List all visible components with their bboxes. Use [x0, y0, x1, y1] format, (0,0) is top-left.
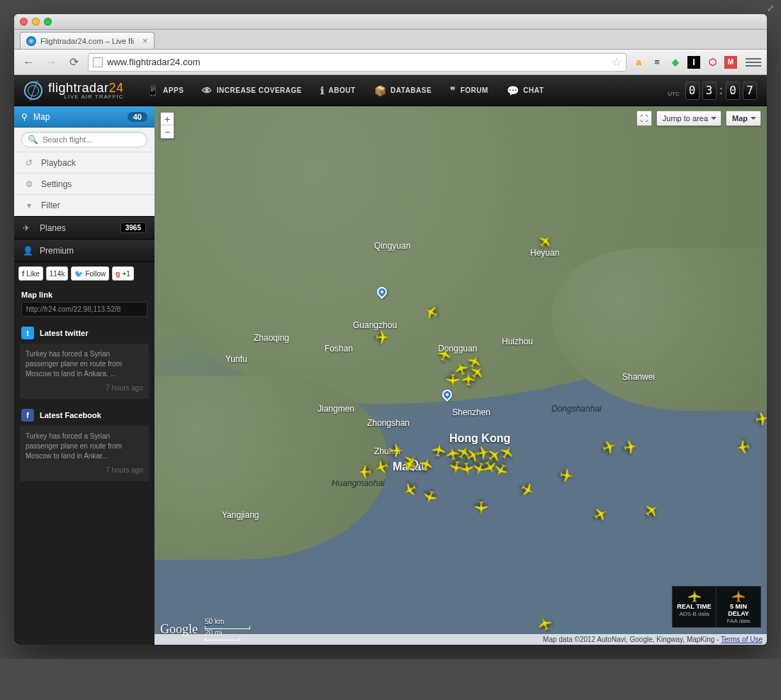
map-legend: REAL TIME ADS-B data 5 MIN DELAY FAA dat…	[672, 586, 761, 628]
chrome-menu-icon[interactable]	[746, 55, 761, 70]
clock-digit: 0	[726, 81, 740, 100]
zoom-in-button[interactable]: +	[161, 113, 174, 125]
app-body: ⚲ Map 40 🔍 ↺Playback⚙Settings▾Filter	[14, 106, 767, 645]
city-label: Yunfu	[225, 354, 247, 364]
search-input[interactable]	[43, 135, 141, 144]
ext-buffer-icon[interactable]: ≡	[651, 56, 663, 69]
logo-mark-icon	[24, 81, 43, 100]
city-label: Shanwei	[622, 372, 655, 382]
map-canvas[interactable]: QingyuanHeyuanZhaoqingGuangzhouFoshanDon…	[154, 106, 767, 645]
macos-titlebar	[14, 14, 767, 30]
sidebar-map-badge: 40	[128, 112, 147, 122]
nav-about[interactable]: ℹABOUT	[313, 81, 363, 101]
ext-gmail-icon[interactable]: M	[724, 56, 737, 69]
tab-favicon	[26, 36, 36, 46]
facebook-feed-title: Latest Facebook	[40, 411, 101, 419]
sidebar-planes[interactable]: ✈ Planes 3965	[14, 217, 154, 239]
aircraft-icon[interactable]	[621, 438, 639, 456]
city-label: Huizhou	[502, 337, 533, 346]
aircraft-icon[interactable]	[557, 466, 575, 484]
logo-text-accent: 24	[109, 81, 124, 95]
clock-digit: 3	[702, 81, 717, 100]
filter-icon: ▾	[24, 201, 34, 210]
logo-text-main: flightradar	[48, 81, 109, 95]
zoom-out-button[interactable]: −	[161, 125, 174, 138]
ext-adblock-icon[interactable]: ⬡	[706, 56, 719, 69]
city-label: Dongshanhai	[551, 404, 602, 414]
nav-icon: 💬	[507, 85, 519, 96]
bookmark-star-icon[interactable]: ☆	[612, 55, 622, 69]
city-label: Huangmaohai	[332, 478, 385, 488]
nav-chat[interactable]: 💬CHAT	[500, 81, 551, 101]
traffic-light-minimize[interactable]	[32, 18, 40, 26]
map-top-controls: ⛶ Jump to area Map	[636, 111, 761, 126]
sidebar-playback[interactable]: ↺Playback	[14, 152, 154, 174]
ext-amazon-icon[interactable]: a	[632, 56, 645, 69]
sidebar-map-label: Map	[33, 112, 50, 122]
map-type-dropdown[interactable]: Map	[726, 111, 761, 126]
city-label: Qingyuan	[374, 241, 410, 251]
sidebar-map-header[interactable]: ⚲ Map 40	[14, 106, 154, 128]
nav-icon: ❞	[450, 85, 456, 96]
search-input-wrapper[interactable]: 🔍	[21, 132, 147, 147]
googleplus-button[interactable]: g+1	[112, 266, 134, 281]
url-text: www.flightradar24.com	[107, 57, 201, 67]
sidebar-filter[interactable]: ▾Filter	[14, 195, 154, 216]
nav-increase-coverage[interactable]: 👁INCREASE COVERAGE	[195, 81, 309, 101]
facebook-feed-body: Turkey has forced a Syrian passenger pla…	[20, 426, 149, 481]
sidebar-search-row: 🔍	[14, 128, 154, 152]
twitter-follow-button[interactable]: 🐦Follow	[71, 266, 109, 281]
jump-to-area-dropdown[interactable]: Jump to area	[656, 111, 721, 126]
back-button[interactable]: ←	[20, 54, 37, 71]
city-label: Jiangmen	[318, 404, 354, 414]
nav-forum[interactable]: ❞FORUM	[443, 81, 495, 101]
nav-icon: 📱	[147, 85, 159, 96]
city-label: Foshan	[325, 344, 353, 354]
facebook-feed-header[interactable]: f Latest Facebook	[14, 405, 154, 426]
address-bar[interactable]: www.flightradar24.com ☆	[88, 53, 627, 72]
city-label: Hong Kong	[449, 432, 510, 445]
browser-tab[interactable]: Flightradar24.com – Live fli ×	[20, 32, 154, 49]
twitter-feed-header[interactable]: t Latest twitter	[14, 322, 154, 344]
nav-apps[interactable]: 📱APPS	[140, 81, 191, 101]
aircraft-icon[interactable]	[357, 464, 373, 480]
logo[interactable]: flightradar24 LIVE AIR TRAFFIC	[24, 81, 124, 100]
aircraft-icon[interactable]	[473, 499, 489, 515]
extension-icons: a ≡ ◆ I ⬡ M	[632, 56, 737, 69]
map-attribution: Map data ©2012 AutoNavi, Google, Kingway…	[154, 634, 767, 645]
forward-button[interactable]: →	[43, 54, 60, 71]
reload-button[interactable]: ⟳	[65, 54, 82, 71]
tab-title: Flightradar24.com – Live fli	[40, 37, 134, 45]
fullscreen-icon[interactable]: ⛶	[636, 111, 652, 126]
clock-digit: 0	[685, 81, 699, 100]
facebook-icon: f	[21, 409, 34, 422]
header-nav: 📱APPS👁INCREASE COVERAGEℹABOUT📦DATABASE❞F…	[140, 81, 653, 101]
ext-evernote-icon[interactable]: ◆	[669, 56, 682, 69]
nav-database[interactable]: 📦DATABASE	[367, 81, 439, 101]
legend-realtime: REAL TIME ADS-B data	[673, 587, 717, 627]
maplink-url[interactable]: http://fr24.com/22.98,113.52/8	[21, 302, 147, 317]
traffic-light-close[interactable]	[20, 18, 28, 26]
facebook-like-button[interactable]: fLike	[18, 266, 43, 281]
aircraft-icon[interactable]	[445, 372, 461, 388]
city-label: Zhongshan	[367, 418, 410, 428]
clock-utc-label: UTC	[668, 91, 679, 97]
aircraft-icon[interactable]	[753, 410, 767, 427]
city-label: Yangjiang	[222, 510, 259, 520]
twitter-feed-body: Turkey has forced a Syrian passenger pla…	[20, 344, 149, 399]
sidebar-premium[interactable]: 👤 Premium	[14, 239, 154, 262]
sidebar-settings[interactable]: ⚙Settings	[14, 174, 154, 195]
aircraft-icon[interactable]	[374, 329, 390, 345]
traffic-light-zoom[interactable]	[44, 18, 52, 26]
app-root: flightradar24 LIVE AIR TRAFFIC 📱APPS👁INC…	[14, 75, 767, 645]
terms-link[interactable]: Terms of Use	[721, 636, 763, 643]
aircraft-icon[interactable]	[734, 438, 752, 456]
browser-window: ⤢ Flightradar24.com – Live fli × ← → ⟳ w…	[14, 14, 767, 645]
maplink-block: Map link http://fr24.com/22.98,113.52/8	[14, 285, 154, 322]
aircraft-icon[interactable]	[388, 443, 404, 458]
tab-close-icon[interactable]: ×	[142, 35, 148, 46]
ext-instapaper-icon[interactable]: I	[687, 56, 700, 69]
clock-digit: 7	[743, 81, 757, 100]
sidebar-planes-badge: 3965	[120, 222, 146, 233]
sidebar-planes-label: Planes	[40, 223, 66, 233]
